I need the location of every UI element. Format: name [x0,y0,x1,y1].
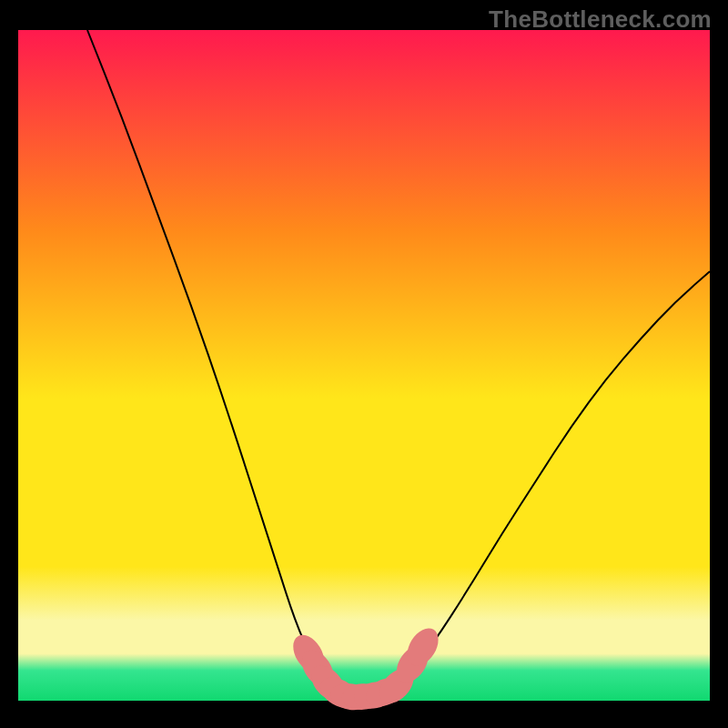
chart-gradient-background [18,30,710,701]
chart-svg [0,0,728,728]
bottleneck-chart [0,0,728,728]
watermark-text: TheBottleneck.com [489,5,712,34]
